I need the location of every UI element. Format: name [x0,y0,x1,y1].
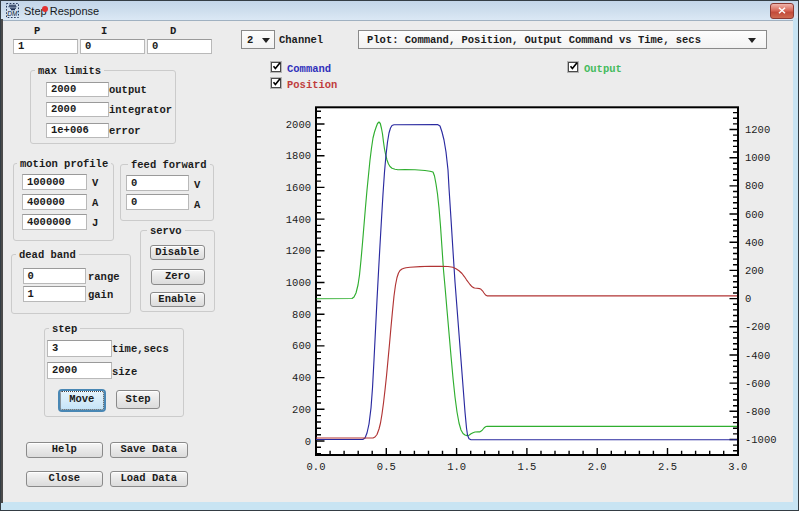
svg-text:400: 400 [745,237,764,249]
svg-text:0.5: 0.5 [377,461,396,473]
svg-text:1800: 1800 [286,150,311,162]
svg-text:800: 800 [292,309,311,321]
svg-text:2.5: 2.5 [658,461,677,473]
svg-text:400: 400 [292,372,311,384]
svg-text:2.0: 2.0 [588,461,607,473]
svg-text:1000: 1000 [286,277,311,289]
svg-text:1400: 1400 [286,214,311,226]
svg-text:200: 200 [745,265,764,277]
svg-text:1.0: 1.0 [447,461,466,473]
svg-text:0.0: 0.0 [307,461,326,473]
svg-text:1200: 1200 [745,124,770,136]
svg-text:1.5: 1.5 [517,461,536,473]
svg-text:2000: 2000 [286,119,311,131]
svg-text:-600: -600 [745,378,770,390]
svg-text:1600: 1600 [286,182,311,194]
svg-text:-800: -800 [745,406,770,418]
svg-text:-400: -400 [745,350,770,362]
svg-text:800: 800 [745,180,764,192]
svg-text:-200: -200 [745,321,770,333]
svg-text:0: 0 [745,293,751,305]
svg-text:200: 200 [292,404,311,416]
svg-text:3.0: 3.0 [728,461,747,473]
svg-text:600: 600 [292,340,311,352]
svg-text:0: 0 [305,436,311,448]
svg-text:600: 600 [745,209,764,221]
svg-text:1000: 1000 [745,152,770,164]
svg-text:-1000: -1000 [745,434,777,446]
svg-text:1200: 1200 [286,245,311,257]
